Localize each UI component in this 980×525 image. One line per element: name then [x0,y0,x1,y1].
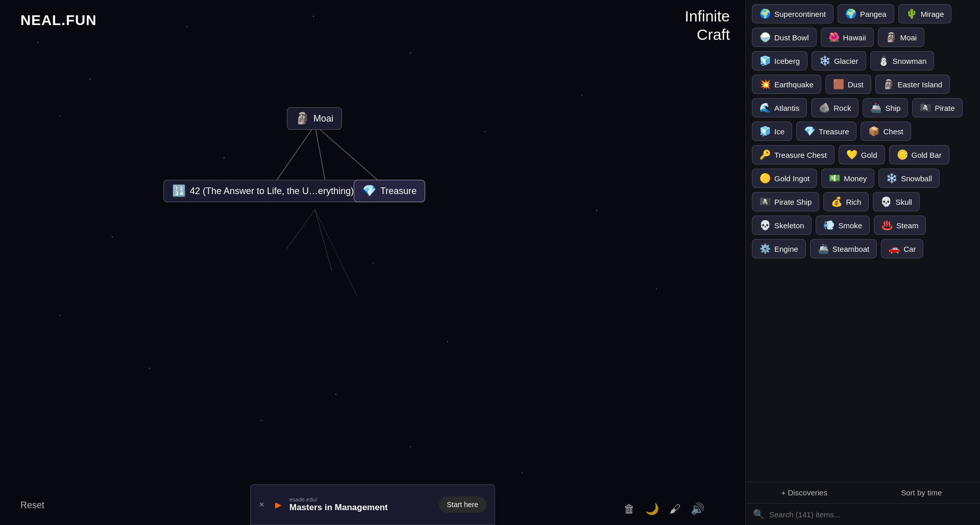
list-item[interactable]: 💀Skeleton [752,216,812,235]
list-item[interactable]: 🏴‍☠️Pirate Ship [752,192,819,211]
item-label: Skeleton [774,221,804,230]
item-emoji-icon: 💨 [823,220,835,231]
item-label: Earthquake [774,80,814,89]
reset-button[interactable]: Reset [20,500,44,511]
list-item[interactable]: 🧊Iceberg [752,51,807,70]
app-title: Infinite Craft [685,7,730,44]
sound-icon[interactable]: 🔊 [691,503,704,516]
node-moai-label: Moai [313,113,333,124]
item-emoji-icon: ❄️ [886,173,897,184]
item-emoji-icon: 🍚 [760,32,771,43]
list-item[interactable]: 🌊Atlantis [752,98,807,117]
item-label: Skull [895,198,912,206]
list-item[interactable]: 💨Smoke [816,216,870,235]
node-42[interactable]: 🔢 42 (The Answer to Life, the U…erything… [163,180,362,202]
list-item[interactable]: 🪨Rock [811,98,859,117]
list-item[interactable]: ⚙️Engine [752,239,806,258]
item-label: Easter Island [898,80,943,89]
sidebar-tabs: + Discoveries Sort by time [746,482,980,504]
list-item[interactable]: 💛Gold [839,145,885,164]
list-item[interactable]: 💰Rich [823,192,869,211]
brush-icon[interactable]: 🖌 [669,503,680,516]
ad-source: esade.edu/ [289,496,431,503]
list-item[interactable]: 🪙Gold Bar [889,145,949,164]
list-item[interactable]: 🌍Supercontinent [752,4,834,23]
item-label: Steamboat [832,245,870,253]
item-label: Gold Bar [912,151,942,159]
list-item[interactable]: ⛄Snowman [870,51,935,70]
list-item[interactable]: 🚢Ship [863,98,908,117]
tab-sort[interactable]: Sort by time [863,482,981,503]
item-emoji-icon: 💵 [829,173,840,184]
item-emoji-icon: 🚢 [818,243,829,254]
item-label: Glacier [834,57,859,65]
item-label: Iceberg [774,57,800,65]
item-label: Steam [896,221,918,230]
node-treasure-label: Treasure [380,186,416,197]
list-item[interactable]: 💎Treasure [796,122,856,141]
item-emoji-icon: 💀 [880,196,892,207]
list-item[interactable]: 🗿Moai [878,28,925,47]
item-label: Supercontinent [774,10,826,18]
item-label: Engine [774,245,798,253]
search-input[interactable] [769,510,973,519]
item-emoji-icon: 🌵 [906,8,917,19]
item-label: Smoke [838,221,862,230]
item-label: Treasure [819,127,849,136]
list-item[interactable]: 🌺Hawaii [821,28,874,47]
item-label: Ice [774,127,785,136]
list-item[interactable]: ♨️Steam [874,216,926,235]
item-emoji-icon: 🧊 [760,55,771,66]
item-emoji-icon: 🏴‍☠️ [920,102,931,113]
item-emoji-icon: 💥 [760,79,771,90]
list-item[interactable]: 🗿Easter Island [875,75,950,94]
list-item[interactable]: 🧊Ice [752,122,792,141]
delete-icon[interactable]: 🗑 [624,503,635,516]
list-item[interactable]: 🌍Pangea [838,4,894,23]
node-moai[interactable]: 🗿 Moai [287,107,342,130]
ad-cta-button[interactable]: Start here [439,496,486,513]
list-item[interactable]: 🏴‍☠️Pirate [912,98,962,117]
item-label: Rock [834,104,851,112]
item-label: Treasure Chest [774,151,827,159]
item-emoji-icon: 🌊 [760,102,771,113]
item-emoji-icon: 🌺 [828,32,840,43]
ad-close-button[interactable]: ✕ [259,500,265,509]
item-emoji-icon: ♨️ [881,220,893,231]
list-item[interactable]: 💵Money [821,169,874,188]
moon-icon[interactable]: 🌙 [645,503,659,516]
list-item[interactable]: 🌵Mirage [898,4,952,23]
list-item[interactable]: 💀Skull [873,192,920,211]
item-emoji-icon: ❄️ [819,55,830,66]
item-emoji-icon: 📦 [868,126,879,137]
item-emoji-icon: ⚙️ [760,243,771,254]
list-item[interactable]: ❄️Glacier [812,51,866,70]
item-label: Chest [883,127,903,136]
ad-banner: ✕ ▶ esade.edu/ Masters in Management Sta… [250,484,495,525]
item-label: Dust [848,80,864,89]
tab-discoveries[interactable]: + Discoveries [746,482,863,503]
item-label: Pirate Ship [774,198,812,206]
sidebar-bottom: + Discoveries Sort by time 🔍 [746,482,980,525]
item-label: Rich [846,198,861,206]
search-bar: 🔍 [746,504,980,525]
item-label: Gold Ingot [774,174,810,183]
item-emoji-icon: 🗿 [886,32,897,43]
list-item[interactable]: 🟡Gold Ingot [752,169,817,188]
item-emoji-icon: 🗿 [883,79,894,90]
list-item[interactable]: 📦Chest [861,122,911,141]
list-item[interactable]: ❄️Snowball [878,169,940,188]
list-item[interactable]: 🍚Dust Bowl [752,28,817,47]
list-item[interactable]: 🔑Treasure Chest [752,145,835,164]
list-item[interactable]: 🚢Steamboat [810,239,877,258]
node-treasure[interactable]: 💎 Treasure [354,180,425,202]
list-item[interactable]: 🚗Car [881,239,923,258]
item-emoji-icon: 🧊 [760,126,771,137]
canvas-area[interactable]: NEAL.FUN Infinite Craft 🗿 Moai 🔢 42 (The… [0,0,745,525]
item-emoji-icon: 💎 [804,126,815,137]
item-emoji-icon: 🏴‍☠️ [760,196,771,207]
list-item[interactable]: 💥Earthquake [752,75,821,94]
list-item[interactable]: 🟫Dust [825,75,871,94]
item-label: Car [903,245,916,253]
item-label: Gold [861,151,877,159]
